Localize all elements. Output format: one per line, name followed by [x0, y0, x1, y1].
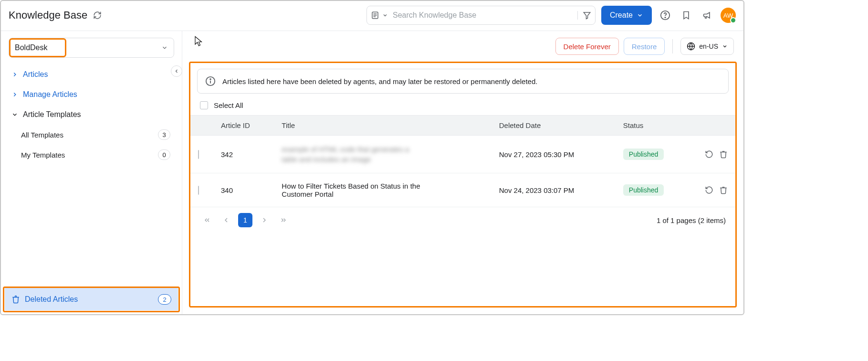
pager-next[interactable] — [257, 213, 272, 227]
restore-icon[interactable] — [705, 186, 713, 194]
globe-icon — [687, 42, 695, 51]
trash-icon[interactable] — [719, 150, 728, 159]
chevron-down-icon — [722, 43, 728, 49]
search-input[interactable] — [392, 11, 577, 20]
count-badge: 2 — [158, 294, 171, 305]
avatar[interactable]: AW — [721, 8, 736, 23]
bookmark-icon[interactable] — [679, 8, 694, 23]
create-button[interactable]: Create — [601, 6, 652, 25]
pager-first[interactable] — [200, 213, 214, 227]
refresh-icon[interactable] — [92, 10, 103, 21]
document-icon — [371, 11, 379, 20]
brand-name: BoldDesk — [15, 43, 47, 52]
search-type-dropdown[interactable] — [371, 11, 392, 20]
collapse-sidebar-button[interactable] — [171, 65, 182, 77]
page-title: Knowledge Base — [9, 9, 103, 21]
nav-manage-articles[interactable]: Manage Articles — [1, 85, 182, 105]
filter-icon[interactable] — [577, 11, 591, 20]
trash-icon — [11, 295, 20, 304]
restore-icon[interactable] — [705, 150, 713, 159]
row-checkbox[interactable] — [198, 186, 199, 195]
cell-article-id: 342 — [213, 136, 274, 173]
pager-info: 1 of 1 pages (2 items) — [657, 216, 726, 224]
svg-point-10 — [210, 79, 211, 80]
sidebar: BoldDesk Articles Manage Articles — [1, 31, 182, 314]
action-bar: Delete Forever Restore en-US — [182, 31, 743, 62]
cell-deleted-date: Nov 27, 2023 05:30 PM — [492, 136, 616, 173]
nav-my-templates[interactable]: My Templates 0 — [1, 145, 182, 165]
info-banner: Articles listed here have been deleted b… — [197, 69, 729, 94]
cell-title: How to Filter Tickets Based on Status in… — [282, 182, 425, 198]
count-badge: 3 — [158, 129, 170, 140]
cell-deleted-date: Nov 24, 2023 03:07 PM — [492, 173, 616, 207]
count-badge: 0 — [158, 149, 170, 160]
select-all-checkbox[interactable] — [200, 101, 208, 109]
row-checkbox[interactable] — [198, 150, 199, 159]
table-row[interactable]: 342 example of HTML code that generates … — [190, 136, 735, 173]
svg-point-6 — [665, 17, 665, 18]
chevron-right-icon — [11, 91, 18, 98]
table-row[interactable]: 340 How to Filter Tickets Based on Statu… — [190, 173, 735, 207]
brand-select[interactable]: BoldDesk — [9, 38, 174, 58]
main-content: Delete Forever Restore en-US Articles li… — [182, 31, 743, 314]
col-article-id: Article ID — [213, 116, 274, 136]
nav-article-templates[interactable]: Article Templates — [1, 105, 182, 125]
select-all-row: Select All — [190, 94, 735, 115]
info-icon — [205, 76, 216, 86]
search-bar[interactable] — [366, 6, 596, 25]
chevron-down-icon — [11, 111, 18, 118]
app-title-text: Knowledge Base — [9, 9, 87, 21]
col-title: Title — [274, 116, 491, 136]
status-badge: Published — [623, 149, 664, 160]
cursor-icon — [194, 36, 202, 47]
chevron-right-icon — [11, 71, 18, 78]
pager-current[interactable]: 1 — [238, 213, 252, 227]
content-frame: Articles listed here have been deleted b… — [189, 62, 737, 308]
articles-table: Article ID Title Deleted Date Status 342… — [190, 115, 735, 207]
language-select[interactable]: en-US — [680, 38, 734, 55]
cell-title: example of HTML code that generates a ta… — [282, 144, 425, 164]
nav-articles[interactable]: Articles — [1, 64, 182, 85]
announcement-icon[interactable] — [700, 8, 715, 23]
chevron-down-icon — [637, 12, 643, 19]
pagination: 1 1 of 1 pages (2 items) — [190, 207, 735, 233]
pager-prev[interactable] — [219, 213, 233, 227]
restore-button[interactable]: Restore — [624, 38, 665, 55]
nav-deleted-articles[interactable]: Deleted Articles 2 — [5, 288, 178, 310]
cell-article-id: 340 — [213, 173, 274, 207]
delete-forever-button[interactable]: Delete Forever — [555, 38, 619, 55]
app-header: Knowledge Base Create — [1, 1, 743, 31]
trash-icon[interactable] — [719, 186, 728, 194]
nav-all-templates[interactable]: All Templates 3 — [1, 125, 182, 145]
select-all-label: Select All — [214, 101, 243, 109]
pager-last[interactable] — [276, 213, 291, 227]
svg-marker-4 — [584, 12, 590, 19]
help-icon[interactable] — [658, 8, 673, 23]
chevron-down-icon — [382, 12, 388, 18]
chevron-down-icon — [161, 44, 168, 51]
col-status: Status — [616, 116, 692, 136]
col-deleted-date: Deleted Date — [492, 116, 616, 136]
status-badge: Published — [623, 184, 664, 196]
